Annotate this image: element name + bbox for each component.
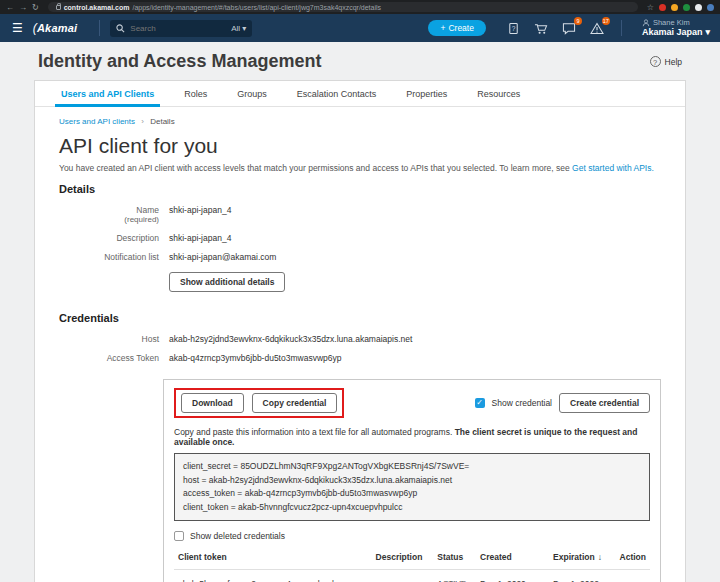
cell-status: ACTIVE (433, 570, 476, 582)
description-field-row: Description shki-api-japan_4 (59, 233, 663, 243)
host-label: Host (59, 334, 159, 344)
tab-resources[interactable]: Resources (475, 81, 522, 106)
credentials-section-title: Credentials (59, 312, 663, 324)
url-domain: control.akamai.com (64, 4, 130, 11)
main-card: Users and API Clients Roles Groups Escal… (34, 80, 686, 582)
tab-roles[interactable]: Roles (182, 81, 209, 106)
host-field-row: Host akab-h2sy2jdnd3ewvknx-6dqkikuck3x35… (59, 334, 663, 344)
access-token-label: Access Token (59, 353, 159, 363)
header-created[interactable]: Created (476, 545, 549, 570)
search-input[interactable] (130, 24, 226, 33)
code-line-access-token: access_token = akab-q4zrncp3ymvb6jbb-du5… (183, 487, 641, 501)
divider (99, 20, 100, 36)
alerts-icon[interactable]: 17 (590, 22, 604, 35)
show-additional-details-button[interactable]: Show additional details (169, 272, 285, 292)
tab-groups[interactable]: Groups (235, 81, 269, 106)
chevron-down-icon: ▾ (705, 27, 710, 38)
copy-instruction: Copy and paste this information into a t… (174, 427, 650, 447)
description-label: Description (59, 233, 159, 243)
breadcrumb-current: Details (150, 117, 174, 126)
name-value: shki-api-japan_4 (169, 205, 231, 224)
sort-desc-icon: ↓ (598, 552, 602, 562)
cell-created: Dec 1, 2020 2:52:23 PM (476, 570, 549, 582)
docs-icon[interactable]: ? (507, 22, 520, 35)
header-action: Action (616, 545, 650, 570)
details-section-title: Details (59, 183, 663, 195)
table-row[interactable]: akab-5hvnngfcvucz2pcz-upn4xcuepvhpulcc A… (174, 570, 650, 582)
breadcrumb: Users and API clients › Details (59, 117, 663, 126)
notification-label: Notification list (59, 252, 159, 262)
cell-expiration: Dec 1, 2022 2:52:23 PM (549, 570, 615, 582)
cart-icon[interactable] (534, 22, 548, 35)
svg-text:?: ? (512, 24, 516, 31)
browser-forward-icon[interactable]: → (19, 3, 27, 12)
tab-users-and-api-clients[interactable]: Users and API Clients (59, 81, 156, 106)
notification-value: shki-api-japan@akamai.com (169, 252, 276, 262)
address-bar[interactable]: control.akamai.com/apps/identity-managem… (48, 2, 638, 12)
credentials-table: Client token Description Status Created … (174, 545, 650, 582)
code-line-host: host = akab-h2sy2jdnd3ewvknx-6dqkikuck3x… (183, 474, 641, 488)
divider (621, 20, 622, 36)
user-name: Shane Kim (653, 18, 690, 27)
alerts-badge: 17 (602, 17, 610, 25)
access-token-value: akab-q4zrncp3ymvb6jbb-du5to3mwasvwp6yp (169, 353, 341, 363)
search-scope-dropdown[interactable]: All ▾ (231, 24, 246, 33)
extension-icon[interactable] (695, 4, 702, 11)
header-status[interactable]: Status (433, 545, 476, 570)
breadcrumb-parent-link[interactable]: Users and API clients (59, 117, 135, 126)
notification-field-row: Notification list shki-api-japan@akamai.… (59, 252, 663, 262)
hamburger-menu-icon[interactable]: ☰ (12, 21, 23, 35)
breadcrumb-separator: › (141, 117, 144, 126)
search-icon (116, 24, 125, 33)
messages-icon[interactable]: 9 (562, 22, 576, 35)
download-button[interactable]: Download (181, 393, 244, 413)
get-started-link[interactable]: Get started with APIs. (572, 163, 654, 173)
header-expiration[interactable]: Expiration↓ (549, 545, 615, 570)
name-field-row: Name(required) shki-api-japan_4 (59, 205, 663, 224)
url-path: /apps/identity-management/#/tabs/users/l… (132, 4, 381, 11)
extension-icon[interactable] (671, 4, 678, 11)
name-label: Name(required) (59, 205, 159, 224)
tab-escalation-contacts[interactable]: Escalation Contacts (295, 81, 379, 106)
bookmark-star-icon[interactable]: ☆ (647, 3, 654, 12)
global-search[interactable]: All ▾ (110, 20, 252, 37)
page-title: Identity and Access Management (38, 51, 321, 72)
tab-bar: Users and API Clients Roles Groups Escal… (35, 81, 685, 107)
host-value: akab-h2sy2jdnd3ewvknx-6dqkikuck3x35dzx.l… (169, 334, 412, 344)
copy-credential-button[interactable]: Copy credential (252, 393, 338, 413)
cell-action[interactable] (616, 570, 650, 582)
extension-icon[interactable] (683, 4, 690, 11)
show-deleted-label: Show deleted credentials (190, 531, 285, 541)
app-header: ☰ (Akamai All ▾ +Create ? 9 17 Shane Kim… (0, 14, 720, 42)
browser-profile-avatar[interactable] (707, 4, 714, 11)
help-icon: ? (650, 56, 661, 67)
code-line-client-secret: client_secret = 85OUDZLhmN3qRF9Xpg2ANTog… (183, 460, 641, 474)
credential-panel: Download Copy credential ✓ Show credenti… (163, 379, 661, 582)
credential-code-block: client_secret = 85OUDZLhmN3qRF9Xpg2ANTog… (174, 453, 650, 521)
create-credential-button[interactable]: Create credential (559, 393, 650, 413)
messages-badge: 9 (574, 17, 582, 25)
annotation-highlight-box: Download Copy credential (174, 388, 344, 418)
intro-text: You have created an API client with acce… (59, 163, 663, 173)
ssl-lock-icon (56, 5, 61, 10)
header-client-token[interactable]: Client token (174, 545, 372, 570)
extension-icon[interactable] (659, 4, 666, 11)
show-credential-label: Show credential (492, 398, 552, 408)
content-heading: API client for you (59, 134, 663, 158)
plus-icon: + (440, 23, 445, 33)
create-button[interactable]: +Create (428, 20, 485, 36)
code-line-client-token: client_token = akab-5hvnngfcvucz2pcz-upn… (183, 501, 641, 515)
show-credential-checkbox[interactable]: ✓ (475, 398, 485, 408)
show-deleted-checkbox[interactable] (174, 531, 184, 541)
person-icon (642, 19, 650, 27)
header-description[interactable]: Description (372, 545, 434, 570)
browser-back-icon[interactable]: ← (6, 3, 14, 12)
browser-reload-icon[interactable]: ↻ (32, 3, 39, 12)
account-name: Akamai Japan (642, 27, 703, 38)
access-token-field-row: Access Token akab-q4zrncp3ymvb6jbb-du5to… (59, 353, 663, 363)
browser-chrome: ← → ↻ control.akamai.com/apps/identity-m… (0, 0, 720, 14)
help-button[interactable]: ? Help (650, 56, 682, 67)
akamai-logo[interactable]: (Akamai (33, 21, 78, 35)
user-menu[interactable]: Shane Kim Akamai Japan▾ (642, 18, 710, 38)
tab-properties[interactable]: Properties (404, 81, 449, 106)
